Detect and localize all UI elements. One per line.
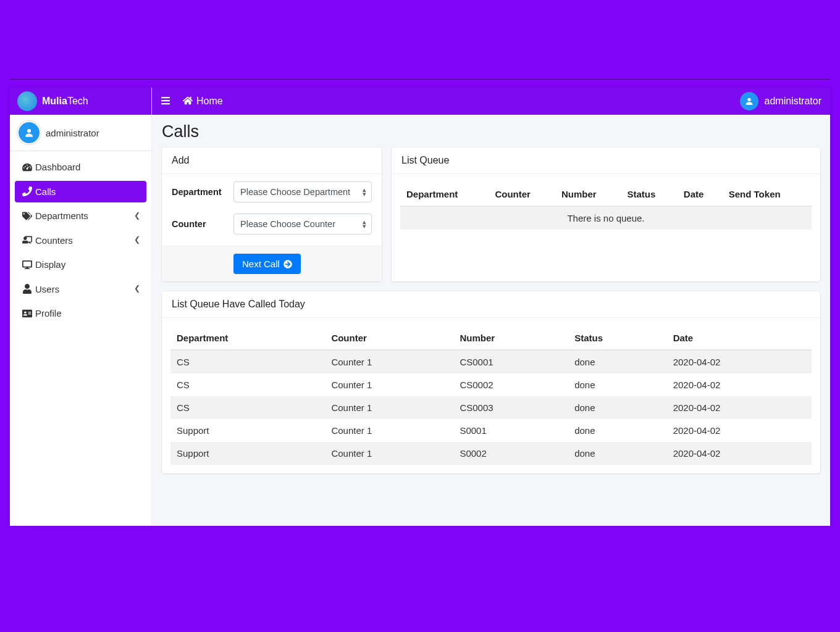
called-table: Department Counter Number Status Date CS… — [170, 326, 812, 465]
user-icon — [21, 284, 33, 294]
main-area: Home administrator Calls Add Department — [152, 88, 830, 526]
cell-status: done — [568, 350, 667, 373]
nav-label: Display — [35, 259, 65, 271]
next-call-button[interactable]: Next Call — [233, 254, 301, 274]
frame-divider — [10, 79, 830, 80]
svg-point-1 — [747, 98, 750, 101]
counter-label: Counter — [172, 219, 233, 229]
cell-counter: Counter 1 — [325, 396, 453, 419]
cell-department: CS — [170, 373, 325, 396]
page-title: Calls — [162, 122, 820, 141]
sidebar-nav: Dashboard Calls Departments ❮ Counters ❮… — [10, 151, 151, 330]
counter-select[interactable]: Please Choose Counter — [233, 214, 372, 235]
cell-date: 2020-04-02 — [667, 396, 812, 419]
content: Calls Add Department Please Choose Depar… — [152, 115, 830, 486]
cell-status: done — [568, 442, 667, 465]
nav-item-display: Display — [10, 252, 151, 277]
cell-department: Support — [170, 442, 325, 465]
add-card: Add Department Please Choose Department … — [162, 148, 382, 281]
app-window: MuliaTech administrator Dashboard Calls … — [10, 88, 830, 526]
gauge-icon — [21, 162, 33, 172]
cell-status: done — [568, 396, 667, 419]
nav-item-profile: Profile — [10, 301, 151, 326]
table-row: SupportCounter 1S0001done2020-04-02 — [170, 419, 812, 442]
table-row: CSCounter 1CS0001done2020-04-02 — [170, 350, 812, 373]
nav-label: Profile — [35, 307, 62, 320]
table-row: CSCounter 1CS0002done2020-04-02 — [170, 373, 812, 396]
avatar-icon — [740, 92, 758, 110]
brand[interactable]: MuliaTech — [10, 88, 151, 115]
department-select[interactable]: Please Choose Department — [233, 181, 372, 202]
col-date: Date — [678, 183, 723, 206]
brand-logo-icon — [17, 91, 37, 111]
queue-card-title: List Queue — [392, 148, 820, 174]
chevron-left-icon: ❮ — [134, 235, 140, 245]
tags-icon — [21, 211, 33, 221]
col-counter: Counter — [489, 183, 555, 206]
avatar-icon — [19, 122, 40, 143]
nav-label: Counters — [35, 235, 73, 247]
col-department: Department — [170, 326, 325, 350]
phone-icon — [21, 186, 33, 196]
nav-item-counters: Counters ❮ — [10, 228, 151, 253]
queue-empty-text: There is no queue. — [400, 206, 812, 230]
brand-text: MuliaTech — [42, 96, 88, 107]
cell-date: 2020-04-02 — [667, 419, 812, 442]
topbar: Home administrator — [152, 88, 830, 115]
cell-status: done — [568, 373, 667, 396]
cell-counter: Counter 1 — [325, 442, 453, 465]
topbar-user[interactable]: administrator — [740, 92, 821, 110]
add-card-title: Add — [162, 148, 382, 174]
nav-label: Departments — [35, 210, 88, 222]
cell-department: CS — [170, 396, 325, 419]
nav-label: Users — [35, 283, 59, 296]
col-department: Department — [400, 183, 489, 206]
queue-table: Department Counter Number Status Date Se… — [400, 183, 812, 230]
chevron-left-icon: ❮ — [134, 211, 140, 221]
sidebar-user-panel[interactable]: administrator — [10, 115, 151, 151]
sidebar: MuliaTech administrator Dashboard Calls … — [10, 88, 152, 526]
nav-item-users: Users ❮ — [10, 277, 151, 302]
col-send-token: Send Token — [723, 183, 812, 206]
table-row: CSCounter 1CS0003done2020-04-02 — [170, 396, 812, 419]
queue-card: List Queue Department Counter Number Sta… — [392, 148, 820, 281]
desk-icon — [21, 235, 33, 245]
cell-number: CS0003 — [453, 396, 568, 419]
monitor-icon — [21, 260, 33, 270]
add-card-footer: Next Call — [162, 246, 382, 281]
cell-department: Support — [170, 419, 325, 442]
home-icon — [183, 96, 193, 107]
nav-item-dashboard: Dashboard — [10, 155, 151, 180]
col-counter: Counter — [325, 326, 453, 350]
col-status: Status — [568, 326, 667, 350]
home-link[interactable]: Home — [183, 96, 223, 107]
cell-counter: Counter 1 — [325, 419, 453, 442]
cell-date: 2020-04-02 — [667, 373, 812, 396]
called-card: List Queue Have Called Today Department … — [162, 291, 820, 473]
cell-date: 2020-04-02 — [667, 350, 812, 373]
id-card-icon — [21, 309, 33, 318]
col-date: Date — [667, 326, 812, 350]
table-row: SupportCounter 1S0002done2020-04-02 — [170, 442, 812, 465]
arrow-circle-right-icon — [284, 260, 292, 268]
svg-point-0 — [27, 129, 31, 133]
cell-number: CS0002 — [453, 373, 568, 396]
cell-department: CS — [170, 350, 325, 373]
nav-label: Dashboard — [35, 161, 80, 173]
col-number: Number — [453, 326, 568, 350]
queue-empty-row: There is no queue. — [400, 206, 812, 230]
home-label: Home — [196, 96, 223, 107]
nav-label: Calls — [35, 186, 56, 198]
cell-date: 2020-04-02 — [667, 442, 812, 465]
next-call-label: Next Call — [242, 259, 280, 269]
department-label: Department — [172, 187, 233, 197]
counter-row: Counter Please Choose Counter ▴▾ — [172, 214, 372, 235]
cell-counter: Counter 1 — [325, 350, 453, 373]
called-card-title: List Queue Have Called Today — [162, 291, 820, 318]
sidebar-user-name: administrator — [46, 128, 99, 138]
hamburger-icon[interactable] — [161, 96, 170, 107]
nav-item-calls: Calls — [10, 180, 151, 204]
col-number: Number — [555, 183, 621, 206]
col-status: Status — [621, 183, 677, 206]
cell-number: CS0001 — [453, 350, 568, 373]
